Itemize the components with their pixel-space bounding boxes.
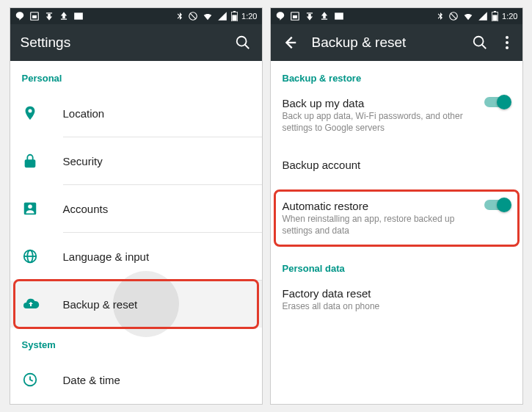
svg-rect-18 xyxy=(335,12,343,19)
factory-data-reset-item[interactable]: Factory data reset Erases all data on ph… xyxy=(271,280,522,323)
overflow-menu-icon[interactable] xyxy=(502,34,512,51)
svg-rect-1 xyxy=(32,15,37,18)
svg-point-8 xyxy=(236,37,246,46)
screenshot-icon xyxy=(290,11,300,21)
svg-rect-22 xyxy=(494,11,496,12)
battery-icon xyxy=(231,11,238,21)
upload-icon xyxy=(319,11,329,21)
globe-icon xyxy=(22,248,63,264)
toolbar: Backup & reset xyxy=(271,24,522,61)
clock-icon xyxy=(22,372,63,388)
wifi-icon xyxy=(462,11,474,21)
hangouts-icon xyxy=(275,11,285,21)
account-icon xyxy=(22,200,63,217)
svg-point-27 xyxy=(506,36,509,39)
settings-item-label: Security xyxy=(63,155,250,167)
svg-rect-23 xyxy=(492,15,497,21)
item-title: Back up my data xyxy=(283,97,484,109)
battery-icon xyxy=(492,11,498,21)
svg-rect-2 xyxy=(74,12,83,19)
wifi-icon xyxy=(202,11,214,21)
page-title: Settings xyxy=(21,35,221,51)
item-title: Backup account xyxy=(283,159,511,171)
settings-item-label: Accounts xyxy=(63,203,250,215)
bluetooth-icon xyxy=(436,12,445,21)
svg-rect-6 xyxy=(233,11,236,12)
lock-icon xyxy=(22,153,63,169)
item-subtitle: Back up app data, Wi-Fi passwords, and o… xyxy=(283,111,484,134)
svg-point-25 xyxy=(473,37,483,46)
svg-point-11 xyxy=(28,205,32,209)
status-bar: 1:20 xyxy=(271,8,522,24)
backup-reset-screen: 1:20 Backup & reset Backup & restore Bac… xyxy=(270,7,523,405)
backup-my-data-switch[interactable] xyxy=(484,97,511,107)
translate-icon xyxy=(334,11,344,21)
section-personal-data-label: Personal data xyxy=(271,251,522,280)
settings-item-label: Language & input xyxy=(63,250,250,263)
item-title: Automatic restore xyxy=(283,200,484,212)
bluetooth-icon xyxy=(175,12,184,21)
backup-account-item[interactable]: Backup account xyxy=(271,144,522,185)
settings-list: Personal Location Security Accounts xyxy=(10,61,262,404)
hangouts-icon xyxy=(15,11,25,21)
download-icon xyxy=(44,11,54,21)
svg-point-29 xyxy=(506,46,509,49)
svg-line-9 xyxy=(244,45,249,49)
translate-icon xyxy=(73,11,84,21)
settings-item-datetime[interactable]: Date & time xyxy=(10,356,262,403)
automatic-restore-item[interactable]: Automatic restore When reinstalling an a… xyxy=(271,189,522,247)
section-personal-label: Personal xyxy=(10,61,262,90)
svg-point-28 xyxy=(506,41,509,44)
backup-my-data-item[interactable]: Back up my data Back up app data, Wi-Fi … xyxy=(271,90,522,144)
do-not-disturb-icon xyxy=(448,11,459,21)
screenshot-icon xyxy=(29,11,40,21)
status-bar: 1:20 xyxy=(10,8,262,24)
download-icon xyxy=(305,11,315,21)
backup-reset-list: Backup & restore Back up my data Back up… xyxy=(271,61,522,404)
page-title: Backup & reset xyxy=(312,35,458,51)
clock-text: 1:20 xyxy=(241,12,257,21)
automatic-restore-switch[interactable] xyxy=(484,200,511,210)
item-title: Factory data reset xyxy=(283,287,511,300)
settings-item-accounts[interactable]: Accounts xyxy=(10,185,262,232)
signal-icon xyxy=(217,11,227,21)
settings-item-backup-reset[interactable]: Backup & reset xyxy=(10,281,262,328)
settings-item-security[interactable]: Security xyxy=(10,137,262,184)
svg-line-26 xyxy=(481,45,486,49)
item-subtitle: Erases all data on phone xyxy=(283,301,511,313)
svg-rect-17 xyxy=(293,15,297,18)
section-backup-restore-label: Backup & restore xyxy=(271,61,522,90)
settings-item-location[interactable]: Location xyxy=(10,90,262,137)
settings-item-label: Date & time xyxy=(63,374,250,386)
back-icon[interactable] xyxy=(281,34,299,51)
search-icon[interactable] xyxy=(471,34,489,51)
svg-rect-7 xyxy=(232,15,236,21)
cloud-upload-icon xyxy=(22,295,63,313)
svg-line-20 xyxy=(451,13,456,19)
do-not-disturb-icon xyxy=(188,11,198,21)
item-subtitle: When reinstalling an app, restore backed… xyxy=(283,214,484,236)
search-icon[interactable] xyxy=(234,34,252,51)
location-icon xyxy=(22,105,63,121)
clock-text: 1:20 xyxy=(502,12,517,21)
touch-ripple xyxy=(113,271,179,337)
signal-icon xyxy=(478,11,488,21)
upload-icon xyxy=(59,11,69,21)
settings-screen: 1:20 Settings Personal Location Security xyxy=(10,7,263,405)
svg-line-4 xyxy=(190,13,196,19)
toolbar: Settings xyxy=(10,24,262,61)
settings-item-label: Location xyxy=(63,107,250,120)
